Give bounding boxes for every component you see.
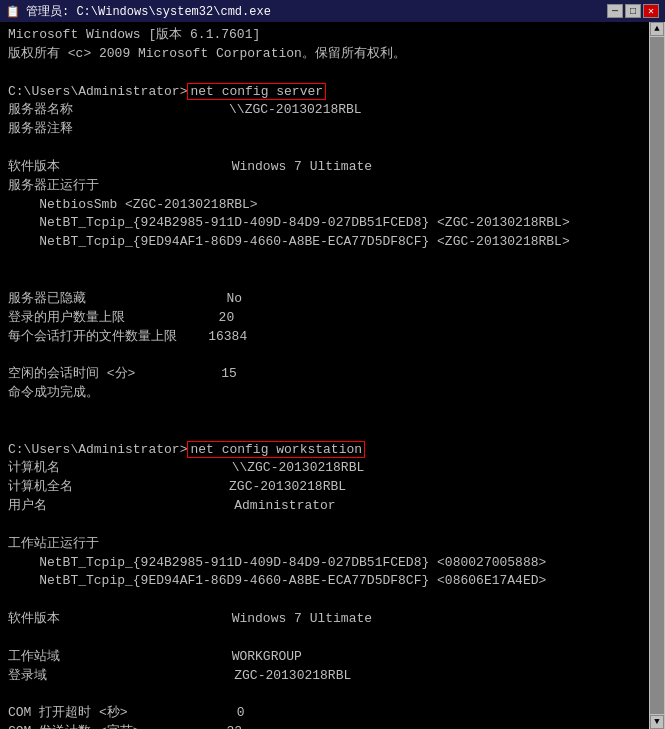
scroll-track (650, 37, 664, 714)
maximize-button[interactable]: □ (625, 4, 641, 18)
scroll-down-button[interactable]: ▼ (650, 715, 664, 729)
cmd-icon: 📋 (6, 5, 20, 18)
cmd-window: 📋 管理员: C:\Windows\system32\cmd.exe ─ □ ✕… (0, 0, 665, 729)
scroll-up-button[interactable]: ▲ (650, 22, 664, 36)
title-controls[interactable]: ─ □ ✕ (607, 4, 659, 18)
window-title: 管理员: C:\Windows\system32\cmd.exe (26, 3, 271, 20)
close-button[interactable]: ✕ (643, 4, 659, 18)
console-output[interactable]: Microsoft Windows [版本 6.1.7601] 版权所有 <c>… (0, 22, 649, 729)
scrollbar[interactable]: ▲ ▼ (649, 22, 665, 729)
minimize-button[interactable]: ─ (607, 4, 623, 18)
title-bar-left: 📋 管理员: C:\Windows\system32\cmd.exe (6, 3, 271, 20)
title-bar: 📋 管理员: C:\Windows\system32\cmd.exe ─ □ ✕ (0, 0, 665, 22)
